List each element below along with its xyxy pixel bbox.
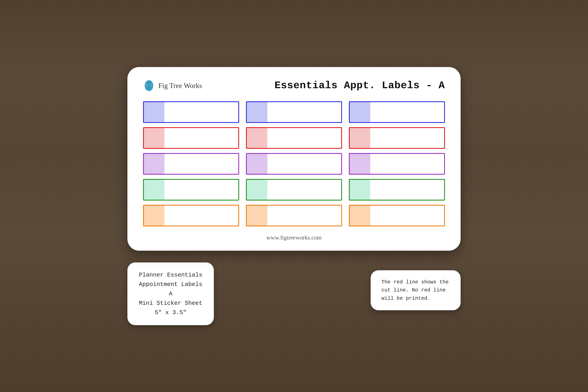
sticker-label-green-1	[143, 179, 239, 200]
sticker-tab-green-1	[144, 180, 164, 200]
sticker-label-blue-2	[246, 101, 342, 123]
sticker-label-purple-3	[349, 153, 445, 175]
info-right-text: The red line shows the cut line. No red …	[382, 278, 450, 302]
info-card-left: Planner Essentials Appointment Labels A …	[128, 262, 214, 325]
sticker-tab-green-3	[350, 180, 370, 200]
sticker-label-purple-2	[246, 153, 342, 175]
sticker-label-green-3	[349, 179, 445, 200]
sticker-tab-purple-2	[247, 154, 267, 174]
sticker-write-red-2	[267, 128, 341, 148]
info-line2: Appointment Labels A	[139, 281, 202, 297]
sticker-write-green-1	[164, 180, 238, 200]
sticker-sheet-card: Fig Tree Works Essentials Appt. Labels -…	[128, 67, 460, 251]
sticker-tab-red-3	[350, 128, 370, 148]
sticker-write-orange-1	[164, 206, 238, 226]
sticker-tab-blue-1	[144, 102, 164, 122]
sticker-label-blue-1	[143, 101, 239, 123]
sticker-write-orange-2	[267, 206, 341, 226]
sticker-tab-green-2	[247, 180, 267, 200]
bottom-cards-area: Planner Essentials Appointment Labels A …	[128, 262, 460, 325]
sticker-label-orange-3	[349, 205, 445, 226]
sticker-tab-red-1	[144, 128, 164, 148]
sticker-write-purple-1	[164, 154, 238, 174]
info-line1: Planner Essentials	[139, 272, 202, 278]
brand-name-text: Fig Tree Works	[158, 82, 202, 90]
sticker-tab-blue-2	[247, 102, 267, 122]
fig-tree-logo-icon	[143, 79, 155, 92]
website-url: www.figtreeworks.com	[266, 234, 322, 241]
sticker-write-blue-1	[164, 102, 238, 122]
sticker-tab-orange-1	[144, 206, 164, 226]
sheet-header: Fig Tree Works Essentials Appt. Labels -…	[143, 79, 445, 92]
sticker-write-green-3	[370, 180, 444, 200]
sticker-label-red-3	[349, 127, 445, 149]
sticker-write-purple-3	[370, 154, 444, 174]
sticker-grid	[143, 101, 445, 226]
info-left-text: Planner Essentials Appointment Labels A …	[138, 270, 203, 317]
sticker-label-green-2	[246, 179, 342, 200]
sticker-label-blue-3	[349, 101, 445, 123]
sticker-write-red-3	[370, 128, 444, 148]
sticker-tab-purple-1	[144, 154, 164, 174]
sticker-label-red-1	[143, 127, 239, 149]
brand-area: Fig Tree Works	[143, 79, 202, 92]
sticker-row-blue	[143, 101, 445, 123]
sticker-tab-blue-3	[350, 102, 370, 122]
scene-container: Fig Tree Works Essentials Appt. Labels -…	[128, 67, 460, 325]
sticker-row-green	[143, 179, 445, 200]
sticker-tab-orange-3	[350, 206, 370, 226]
sticker-write-orange-3	[370, 206, 444, 226]
sticker-row-orange	[143, 205, 445, 226]
sticker-write-blue-2	[267, 102, 341, 122]
sticker-label-orange-1	[143, 205, 239, 226]
sticker-label-red-2	[246, 127, 342, 149]
sticker-write-blue-3	[370, 102, 444, 122]
sheet-title-text: Essentials Appt. Labels - A	[274, 80, 445, 91]
sticker-tab-purple-3	[350, 154, 370, 174]
info-card-right: The red line shows the cut line. No red …	[371, 270, 460, 310]
info-line4: 5" x 3.5"	[155, 309, 186, 316]
sticker-tab-red-2	[247, 128, 267, 148]
sticker-tab-orange-2	[247, 206, 267, 226]
sticker-row-red	[143, 127, 445, 149]
sticker-label-orange-2	[246, 205, 342, 226]
sticker-label-purple-1	[143, 153, 239, 175]
sheet-footer: www.figtreeworks.com	[143, 234, 445, 241]
sticker-write-green-2	[267, 180, 341, 200]
sticker-row-purple	[143, 153, 445, 175]
sticker-write-red-1	[164, 128, 238, 148]
sticker-write-purple-2	[267, 154, 341, 174]
info-line3: Mini Sticker Sheet	[139, 300, 202, 306]
